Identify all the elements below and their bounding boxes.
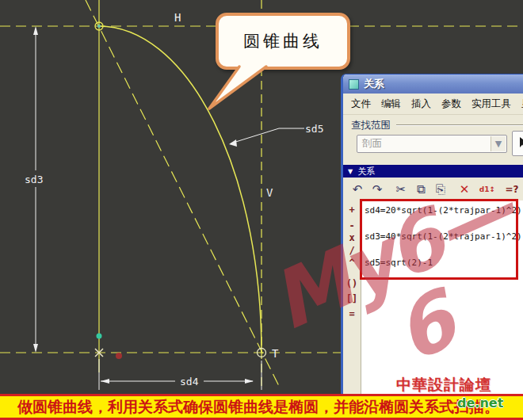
dialog-menubar: 文件 编辑 插入 参数 实用工具 显示 — [343, 94, 523, 115]
undo-icon[interactable]: ↶ — [348, 181, 367, 197]
cut-icon[interactable]: ✂ — [391, 181, 410, 197]
collapse-triangle-icon[interactable]: ▼ — [348, 168, 353, 175]
sd5-arrow — [229, 139, 237, 147]
callout-bubble: 圆锥曲线 — [216, 13, 350, 70]
sd4-arrow-left — [101, 379, 109, 384]
dialog-title: 关系 — [364, 77, 384, 91]
equals-button[interactable]: = — [343, 308, 361, 319]
v-axis-label: V — [266, 186, 273, 199]
relation-sd4[interactable]: sd4=20*sqrt(1-(2*trajpar-1)^2) — [365, 204, 523, 217]
sd3-arrow-top — [33, 26, 38, 35]
parentheses-button[interactable]: () — [343, 278, 361, 289]
operator-column: + - x / ^ () [] = — [343, 200, 361, 394]
menu-parameters[interactable]: 参数 — [441, 97, 461, 111]
window-icon — [349, 79, 359, 90]
menu-insert[interactable]: 插入 — [411, 97, 431, 111]
power-operator-button[interactable]: ^ — [343, 258, 361, 269]
paste-icon[interactable]: ⎘ — [431, 181, 450, 197]
section-title: 关系 — [357, 166, 375, 178]
relation-sd5[interactable]: sd5=sqrt(2)-1 — [365, 257, 523, 269]
sd3-arrow-bottom — [33, 344, 38, 353]
menu-file[interactable]: 文件 — [351, 97, 371, 111]
menu-edit[interactable]: 编辑 — [381, 97, 401, 111]
evaluate-icon[interactable]: =? — [502, 181, 521, 197]
relations-editor[interactable]: sd4=20*sqrt(1-(2*trajpar-1)^2) sd3=40*sq… — [361, 200, 523, 394]
t-point-label: T — [272, 347, 279, 360]
minus-operator-button[interactable]: - — [343, 220, 361, 231]
callout-text: 圆锥曲线 — [243, 30, 323, 52]
relations-toolbar: ↶ ↷ ✂ ⧉ ⎘ ✕ d1 ↕ =? — [343, 178, 523, 200]
relations-section-header[interactable]: ▼ 关系 — [343, 165, 523, 178]
red-point[interactable] — [116, 353, 122, 359]
redo-icon[interactable]: ↷ — [368, 181, 387, 197]
h-axis-label: H — [174, 11, 181, 24]
app-screenshot: sd3 sd4 sd5 H V T — [0, 0, 523, 420]
status-text: 做圆锥曲线，利用关系式确保圆锥曲线是椭圆，并能沿椭圆关系式扫描。 — [17, 397, 499, 418]
scope-combobox[interactable]: 剖面 ▼ — [357, 135, 507, 153]
relation-sd3[interactable]: sd3=40*sqrt(1-(2*trajpar-1)^2) — [365, 231, 523, 243]
plus-operator-button[interactable]: + — [343, 204, 361, 216]
group-divider — [396, 124, 523, 126]
find-scope-label: 查找范围 — [351, 119, 391, 132]
menu-utilities[interactable]: 实用工具 — [471, 97, 511, 111]
divide-operator-button[interactable]: / — [343, 245, 361, 256]
green-point[interactable] — [97, 334, 102, 339]
sd5-dimension-label[interactable]: sd5 — [305, 123, 323, 135]
scope-value: 剖面 — [362, 137, 382, 151]
cursor-arrow-icon — [517, 136, 523, 151]
chevron-down-icon[interactable]: ▼ — [491, 136, 506, 151]
brackets-button[interactable]: [] — [343, 293, 361, 304]
dialog-titlebar[interactable]: 关系 — [343, 74, 523, 94]
multiply-operator-button[interactable]: x — [343, 232, 361, 243]
relations-dialog: 关系 文件 编辑 插入 参数 实用工具 显示 查找范围 剖面 ▼ ▼ 关系 — [341, 74, 523, 394]
sd4-dimension-label[interactable]: sd4 — [180, 376, 199, 388]
status-bar: 做圆锥曲线，利用关系式确保圆锥曲线是椭圆，并能沿椭圆关系式扫描。 — [0, 394, 523, 420]
copy-icon[interactable]: ⧉ — [411, 181, 430, 197]
switch-dimensions-icon[interactable]: d1 ↕ — [478, 181, 497, 197]
sd3-dimension-label[interactable]: sd3 — [25, 174, 43, 185]
delete-icon[interactable]: ✕ — [455, 181, 474, 197]
sd4-arrow-right — [245, 379, 254, 384]
find-scope-group: 查找范围 — [351, 118, 523, 132]
select-arrow-button[interactable] — [512, 131, 523, 156]
